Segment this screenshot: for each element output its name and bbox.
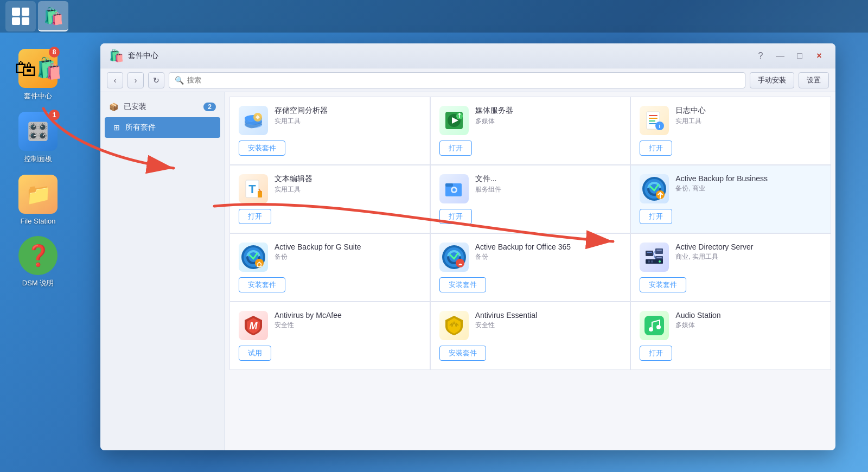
pkg-card-ab-gsuite: Active Backup for G Suite 备份 安装套件 bbox=[229, 233, 430, 302]
svg-rect-20 bbox=[445, 183, 453, 187]
maximize-button[interactable]: □ bbox=[792, 48, 807, 63]
pkg-card-text-editor: T 文本编辑器 实用工具 打开 bbox=[229, 165, 430, 233]
pkg-category: 多媒体 bbox=[475, 117, 622, 126]
installed-label: 已安装 bbox=[124, 102, 146, 112]
svg-rect-39 bbox=[656, 250, 662, 251]
svg-line-36 bbox=[653, 251, 655, 253]
pkg-center-label: 套件中心 bbox=[24, 91, 52, 101]
pkg-card-info: 文本编辑器 实用工具 bbox=[275, 174, 421, 194]
pkg-card-inner: 文件... 服务组件 bbox=[439, 174, 622, 203]
forward-button[interactable]: › bbox=[127, 72, 144, 88]
pkg-install-btn-adserver[interactable]: 安装套件 bbox=[640, 277, 686, 292]
svg-text:i: i bbox=[659, 123, 661, 129]
svg-rect-38 bbox=[647, 252, 652, 253]
refresh-button[interactable]: ↻ bbox=[148, 72, 164, 88]
installed-badge: 2 bbox=[203, 103, 216, 111]
pkg-install-btn-abo365[interactable]: 安装套件 bbox=[439, 277, 486, 292]
pkg-category: 服务组件 bbox=[475, 185, 622, 194]
active-directory-icon bbox=[640, 243, 669, 272]
pkg-card-inner: T 文本编辑器 实用工具 bbox=[239, 174, 421, 203]
pkg-card-info: Antivirus Essential 安全性 bbox=[475, 311, 622, 330]
toolbar: ‹ › ↻ 🔍 手动安装 设置 bbox=[100, 68, 835, 92]
pkg-card-inner: Active Directory Server 商业, 实用工具 bbox=[640, 243, 822, 272]
search-input[interactable] bbox=[187, 76, 739, 84]
pkg-card-info: 存储空间分析器 实用工具 bbox=[275, 106, 421, 126]
svg-rect-42 bbox=[648, 260, 650, 263]
pkg-card-info: Active Backup for G Suite 备份 bbox=[275, 243, 421, 261]
ctrl-badge: 1 bbox=[49, 110, 60, 120]
file-station-icon: 📁 bbox=[18, 175, 58, 214]
pkg-card-inner: Audio Station 多媒体 bbox=[640, 311, 822, 340]
help-button[interactable]: ? bbox=[753, 48, 768, 63]
pkg-card-inner: 存储空间分析器 实用工具 bbox=[239, 106, 421, 135]
desktop-icon-dsm-help[interactable]: ❓ DSM 说明 bbox=[8, 236, 68, 288]
file-service-icon bbox=[439, 174, 469, 203]
desktop-icons: 🛍️ 8 套件中心 🎛️ 1 控制面板 📁 File Station ❓ DSM… bbox=[0, 38, 76, 299]
desktop-icon-file-station[interactable]: 📁 File Station bbox=[8, 175, 68, 225]
pkg-category: 商业, 实用工具 bbox=[675, 252, 822, 261]
pkg-name: Active Directory Server bbox=[675, 243, 822, 251]
svg-point-44 bbox=[659, 260, 661, 263]
pkg-trial-btn-mcafee[interactable]: 试用 bbox=[239, 346, 271, 361]
svg-rect-46 bbox=[644, 316, 664, 335]
pkg-card-inner: Antivirus Essential 安全性 bbox=[439, 311, 622, 340]
pkg-open-btn-abusiness[interactable]: 打开 bbox=[640, 209, 672, 224]
pkg-name: Antivirus Essential bbox=[475, 311, 622, 320]
pkg-open-btn-fileservice[interactable]: 打开 bbox=[439, 209, 472, 224]
back-button[interactable]: ‹ bbox=[107, 72, 123, 88]
pkg-badge: 8 bbox=[49, 47, 60, 58]
taskbar: 🛍️ bbox=[0, 0, 868, 33]
svg-rect-34 bbox=[655, 248, 663, 254]
pkg-name: Active Backup for G Suite bbox=[275, 243, 421, 251]
pkg-open-btn-text[interactable]: 打开 bbox=[239, 209, 271, 224]
package-grid: 存储空间分析器 实用工具 安装套件 bbox=[225, 92, 835, 450]
all-packages-icon: ⊞ bbox=[113, 123, 120, 132]
desktop-icon-control-panel[interactable]: 🎛️ 1 控制面板 bbox=[8, 112, 68, 164]
pkg-card-mcafee: M Antivirus by McAfee 安全性 试用 bbox=[229, 302, 430, 370]
refresh-icon: ↻ bbox=[153, 76, 159, 85]
pkg-category: 实用工具 bbox=[275, 185, 421, 194]
pkg-open-btn-log[interactable]: 打开 bbox=[640, 141, 672, 156]
file-station-label: File Station bbox=[20, 217, 55, 225]
pkg-card-media-server: 媒体服务器 多媒体 打开 bbox=[430, 97, 631, 165]
pkg-card-active-directory: Active Directory Server 商业, 实用工具 安装套件 bbox=[630, 233, 831, 302]
pkg-category: 备份 bbox=[275, 252, 421, 261]
close-button[interactable]: × bbox=[812, 48, 827, 63]
back-icon: ‹ bbox=[114, 76, 117, 85]
mcafee-icon: M bbox=[239, 311, 268, 340]
audio-station-icon bbox=[640, 311, 669, 340]
ab-o365-icon: ☁ bbox=[439, 243, 469, 272]
sidebar-item-all-packages[interactable]: ⊞ 所有套件 bbox=[105, 117, 220, 138]
pkg-open-btn-media[interactable]: 打开 bbox=[439, 141, 472, 156]
pkg-category: 实用工具 bbox=[275, 117, 421, 126]
desktop-icon-pkg-center[interactable]: 🛍️ 8 套件中心 bbox=[8, 49, 68, 101]
pkg-install-btn-storage[interactable]: 安装套件 bbox=[239, 141, 285, 156]
svg-text:T: T bbox=[248, 182, 256, 196]
dsm-help-label: DSM 说明 bbox=[22, 278, 54, 288]
control-panel-icon: 🎛️ 1 bbox=[18, 112, 58, 151]
svg-rect-10 bbox=[649, 118, 658, 119]
titlebar-left: 🛍️ 套件中心 bbox=[109, 49, 158, 63]
manual-install-button[interactable]: 手动安装 bbox=[750, 72, 794, 88]
taskbar-pkgcenter-btn[interactable]: 🛍️ bbox=[38, 1, 68, 31]
svg-point-48 bbox=[656, 325, 661, 329]
pkg-card-audio-station: Audio Station 多媒体 打开 bbox=[630, 302, 831, 370]
storage-analyzer-icon bbox=[239, 106, 268, 135]
text-editor-icon: T bbox=[239, 174, 268, 203]
pkg-open-btn-audio[interactable]: 打开 bbox=[640, 346, 672, 361]
pkg-center-icon: 🛍️ 8 bbox=[18, 49, 58, 88]
pkg-category: 备份 bbox=[475, 252, 622, 261]
taskbar-home-btn[interactable] bbox=[5, 1, 36, 31]
minimize-button[interactable]: — bbox=[773, 48, 788, 63]
sidebar: 📦 已安装 2 ⊞ 所有套件 bbox=[100, 92, 225, 450]
pkg-name: Antivirus by McAfee bbox=[275, 311, 421, 320]
pkg-name: 日志中心 bbox=[675, 106, 822, 116]
pkg-install-btn-essential[interactable]: 安装套件 bbox=[439, 346, 486, 361]
settings-button[interactable]: 设置 bbox=[799, 72, 829, 88]
pkg-install-btn-abgsuite[interactable]: 安装套件 bbox=[239, 277, 285, 292]
svg-rect-43 bbox=[651, 260, 653, 263]
svg-rect-9 bbox=[649, 115, 658, 116]
pkg-card-file-service: 文件... 服务组件 打开 bbox=[430, 165, 631, 233]
titlebar: 🛍️ 套件中心 ? — □ × bbox=[100, 43, 835, 68]
sidebar-item-installed[interactable]: 📦 已安装 2 bbox=[100, 97, 225, 117]
